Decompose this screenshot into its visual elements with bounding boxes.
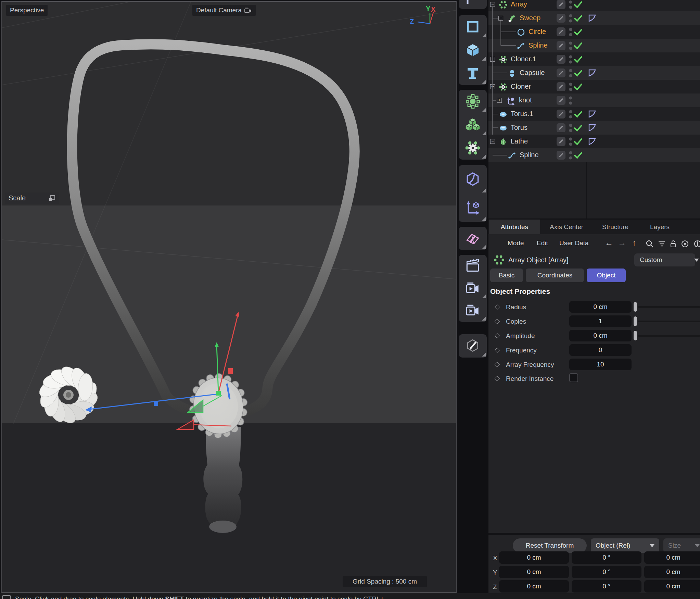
phong-tag-icon[interactable] xyxy=(588,14,596,22)
tab-layers[interactable]: Layers xyxy=(650,220,670,234)
visibility-dots-icon[interactable] xyxy=(568,149,574,161)
enabled-check-icon[interactable] xyxy=(574,41,583,50)
collapse-icon[interactable]: − xyxy=(498,16,503,21)
annotate-pencil-tool-button[interactable] xyxy=(459,334,487,358)
copies-slider-handle[interactable] xyxy=(634,316,637,326)
key-diamond-icon[interactable] xyxy=(495,304,500,310)
lock-icon[interactable] xyxy=(669,239,678,248)
copies-input[interactable]: 1 xyxy=(569,315,632,327)
amplitude-slider-handle[interactable] xyxy=(634,331,637,340)
simulation-gear-tool-button[interactable] xyxy=(459,136,487,160)
layer-edit-toggle[interactable] xyxy=(557,82,565,91)
volume-cubes-tool-button[interactable] xyxy=(459,113,487,136)
key-diamond-icon[interactable] xyxy=(495,333,500,339)
layer-edit-toggle[interactable] xyxy=(557,151,565,160)
position-z-input[interactable]: 0 cm xyxy=(499,580,569,592)
object-label[interactable]: Sweep xyxy=(520,14,540,22)
object-label[interactable]: Capsule xyxy=(520,69,545,77)
layer-edit-toggle[interactable] xyxy=(557,137,565,146)
phong-tag-icon[interactable] xyxy=(588,124,596,132)
visibility-dots-icon[interactable] xyxy=(568,39,574,52)
enabled-check-icon[interactable] xyxy=(574,14,583,23)
phong-tag-icon[interactable] xyxy=(588,137,596,146)
object-row-circle[interactable]: Circle xyxy=(488,25,700,39)
object-label[interactable]: Torus.1 xyxy=(511,110,533,118)
object-row-lathe[interactable]: − Lathe xyxy=(488,135,700,148)
layer-edit-toggle[interactable] xyxy=(557,55,565,64)
collapse-icon[interactable]: − xyxy=(490,2,495,7)
key-diamond-icon[interactable] xyxy=(495,348,500,353)
enabled-check-icon[interactable] xyxy=(574,0,583,9)
fields-tool-button[interactable] xyxy=(459,227,487,250)
scale-x-input[interactable]: 0 cm xyxy=(644,551,700,564)
layer-edit-toggle[interactable] xyxy=(557,27,565,36)
collapse-icon[interactable]: − xyxy=(490,57,495,62)
preset-dropdown-caret-icon[interactable] xyxy=(694,259,699,262)
object-label[interactable]: Cloner.1 xyxy=(511,55,536,63)
rotation-x-input[interactable]: 0 ° xyxy=(572,551,641,564)
text-motext-tool-button[interactable] xyxy=(459,62,487,85)
object-row-spline2[interactable]: Spline xyxy=(488,148,700,162)
camera-menu[interactable]: Default Camera xyxy=(192,5,256,16)
spline-rectangle-tool-button[interactable] xyxy=(459,15,487,38)
phong-tag-icon[interactable] xyxy=(588,69,596,77)
key-diamond-icon[interactable] xyxy=(495,362,500,367)
visibility-dots-icon[interactable] xyxy=(568,108,574,120)
object-label[interactable]: Spline xyxy=(520,151,539,159)
visibility-dots-icon[interactable] xyxy=(568,0,574,11)
visibility-dots-icon[interactable] xyxy=(568,94,574,107)
frequency-input[interactable]: 0 xyxy=(569,344,632,356)
enabled-check-icon[interactable] xyxy=(574,83,583,91)
layer-edit-toggle[interactable] xyxy=(557,14,565,23)
enabled-check-icon[interactable] xyxy=(574,124,583,133)
amplitude-slider-track[interactable] xyxy=(638,335,700,337)
object-row-cloner[interactable]: − Cloner xyxy=(488,80,700,93)
preset-dropdown[interactable]: Custom xyxy=(634,253,695,266)
panel-divider[interactable] xyxy=(488,533,700,535)
object-row-cloner1[interactable]: − Cloner.1 xyxy=(488,52,700,66)
visibility-dots-icon[interactable] xyxy=(568,135,574,148)
menu-edit[interactable]: Edit xyxy=(537,236,548,250)
enabled-check-icon[interactable] xyxy=(574,110,583,119)
radius-slider-track[interactable] xyxy=(638,306,700,308)
copies-slider-track[interactable] xyxy=(638,321,700,322)
camera-2-tool-button[interactable] xyxy=(459,299,487,322)
history-forward-icon[interactable]: → xyxy=(618,236,626,250)
enabled-check-icon[interactable] xyxy=(574,69,583,78)
key-diamond-icon[interactable] xyxy=(495,376,500,382)
scene-capsule-column[interactable] xyxy=(203,427,242,533)
enabled-check-icon[interactable] xyxy=(574,55,583,64)
primitive-cube-tool-button[interactable] xyxy=(459,38,487,62)
phong-tag-icon[interactable] xyxy=(588,110,596,118)
object-label[interactable]: knot xyxy=(519,96,532,104)
gizmo-z-handle[interactable] xyxy=(154,401,158,406)
expand-icon[interactable]: + xyxy=(497,98,502,103)
object-row-torus1[interactable]: Torus.1 xyxy=(488,107,700,121)
position-x-input[interactable]: 0 cm xyxy=(499,551,569,564)
subtab-basic[interactable]: Basic xyxy=(490,269,523,282)
parent-up-icon[interactable]: ↑ xyxy=(632,236,636,250)
collapse-icon[interactable]: − xyxy=(490,84,495,89)
clipped-icon[interactable] xyxy=(693,239,700,248)
object-label[interactable]: Circle xyxy=(529,28,546,36)
radius-slider-handle[interactable] xyxy=(634,302,637,312)
object-row-spline[interactable]: Spline xyxy=(488,39,700,52)
object-row-torus[interactable]: Torus xyxy=(488,121,700,135)
enabled-check-icon[interactable] xyxy=(574,137,583,146)
rotation-y-input[interactable]: 0 ° xyxy=(572,566,641,578)
layer-edit-toggle[interactable] xyxy=(557,0,565,9)
render-instance-checkbox[interactable] xyxy=(569,373,578,382)
position-y-input[interactable]: 0 cm xyxy=(499,566,569,578)
object-label[interactable]: Cloner xyxy=(511,83,531,90)
visibility-dots-icon[interactable] xyxy=(568,53,574,65)
layer-edit-toggle[interactable] xyxy=(557,123,565,132)
coordinate-mode-dropdown[interactable]: Object (Rel) xyxy=(591,538,659,553)
menu-user-data[interactable]: User Data xyxy=(559,236,589,250)
bevel-hexagon-tool-button[interactable] xyxy=(459,165,487,194)
collapse-icon[interactable]: − xyxy=(490,139,495,144)
search-icon[interactable] xyxy=(645,239,654,248)
object-row-sweep[interactable]: − Sweep xyxy=(488,11,700,25)
history-back-icon[interactable]: ← xyxy=(605,236,613,250)
object-label[interactable]: Lathe xyxy=(511,137,528,145)
layer-edit-toggle[interactable] xyxy=(557,110,565,118)
